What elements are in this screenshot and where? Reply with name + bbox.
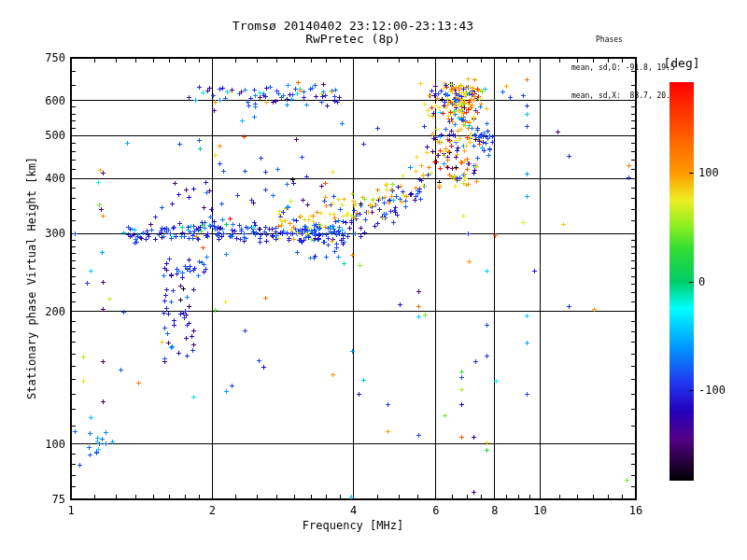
y-tick-label: 100 xyxy=(35,439,65,450)
y-tick-label: 75 xyxy=(35,494,65,505)
x-axis-label: Frequency [MHz] xyxy=(260,519,446,532)
y-tick-label: 300 xyxy=(35,228,65,239)
colorbar-tick xyxy=(689,282,694,283)
x-tick-label: 2 xyxy=(195,505,229,516)
colorbar-tick-label: -100 xyxy=(698,385,726,396)
y-tick-label: 600 xyxy=(35,95,65,106)
x-tick-label: 4 xyxy=(337,505,371,516)
x-tick-label: 8 xyxy=(478,505,512,516)
plot-subtitle: RwPretec (8p) xyxy=(166,32,540,46)
colorbar-tick-label: 0 xyxy=(698,276,705,287)
colorbar-tick-label: 100 xyxy=(698,167,719,178)
x-tick-label: 10 xyxy=(523,505,557,516)
colorbar-tick xyxy=(689,390,694,391)
colorbar-tick xyxy=(689,173,694,174)
y-tick-label: 200 xyxy=(35,306,65,317)
y-tick-label: 400 xyxy=(35,173,65,184)
plot-title: Tromsø 20140402 23:12:00-23:13:43 xyxy=(166,19,540,33)
x-tick-label: 16 xyxy=(619,505,653,516)
y-axis-label: Stationary phase Virtual Height [km] xyxy=(25,157,38,399)
x-tick-label: 6 xyxy=(419,505,453,516)
x-tick-label: 1 xyxy=(54,505,88,516)
phase-stats-heading: Phases xyxy=(571,35,693,45)
ionogram-figure: Tromsø 20140402 23:12:00-23:13:43 RwPret… xyxy=(0,0,747,560)
y-tick-label: 750 xyxy=(35,52,65,63)
colorbar-unit-label: [deg] xyxy=(654,56,710,70)
y-tick-label: 500 xyxy=(35,130,65,141)
